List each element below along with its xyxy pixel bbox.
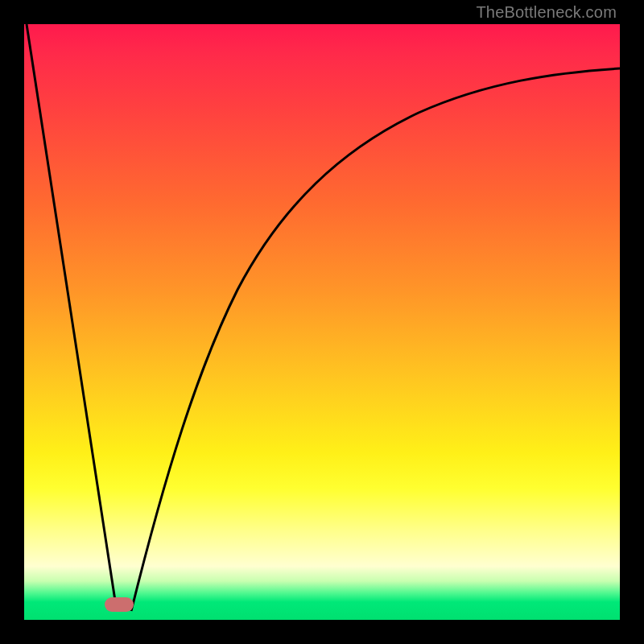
plot-area — [24, 24, 620, 620]
curve-left — [27, 24, 117, 611]
curve-right — [131, 68, 620, 611]
optimum-marker — [105, 597, 134, 612]
bottleneck-curve — [24, 24, 620, 620]
attribution-text: TheBottleneck.com — [476, 3, 617, 22]
chart-frame: TheBottleneck.com — [0, 0, 644, 644]
